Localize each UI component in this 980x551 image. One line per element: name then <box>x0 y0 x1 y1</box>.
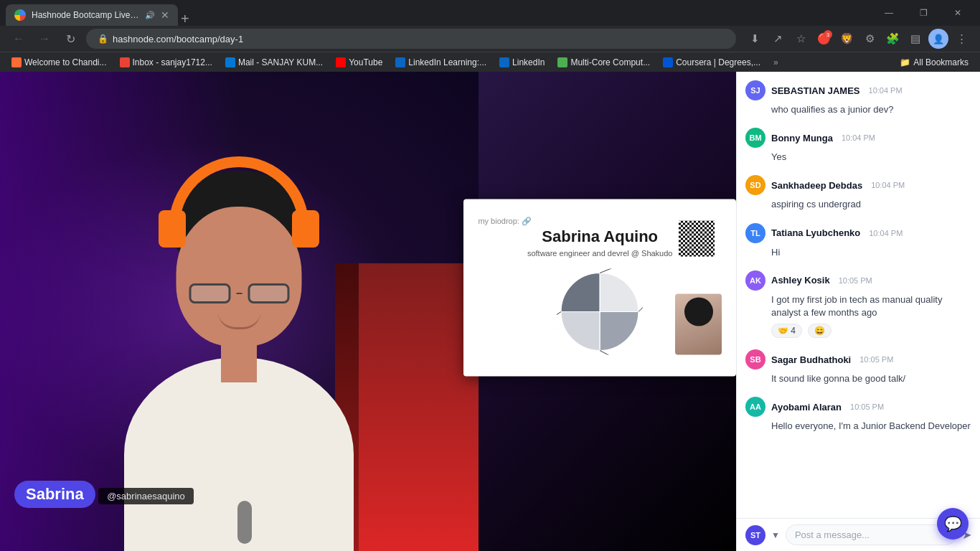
main-content: HASHNODE BOOTCAMP <box>0 72 980 551</box>
bookmark-coursera[interactable]: Coursera | Degrees,... <box>657 56 766 69</box>
extension-badge: 3 <box>824 30 832 39</box>
menu-icon[interactable]: ⋮ <box>951 29 971 49</box>
chat-message: SJ SEBASTIAN JAMES 10:04 PM who qualifie… <box>745 80 971 116</box>
chat-input-wrapper <box>786 524 956 545</box>
chat-message-text: Hi <box>745 246 971 259</box>
bookmark-mail[interactable]: Mail - SANJAY KUM... <box>220 56 329 69</box>
bookmark-label: Coursera | Degrees,... <box>676 57 760 67</box>
chat-username: Tatiana Lyubchenko <box>771 227 860 238</box>
bookmark-favicon <box>336 57 346 67</box>
bookmark-favicon <box>11 57 22 67</box>
bookmark-favicon <box>499 57 509 67</box>
chat-message-text: aspiring cs undergrad <box>745 198 971 211</box>
sidebar-icon[interactable]: ▤ <box>905 29 925 49</box>
avatar: TL <box>745 223 765 243</box>
tab-audio-icon: 🔊 <box>145 11 155 20</box>
extension-puzzle-icon[interactable]: 🧩 <box>882 29 903 49</box>
bookmark-label: YouTube <box>349 57 382 67</box>
extension-red-icon[interactable]: 🔴 3 <box>814 29 834 49</box>
bookmark-label: Inbox - sanjay1712... <box>133 57 212 67</box>
active-tab[interactable]: Hashnode Bootcamp Live S... 🔊 ✕ <box>6 4 178 26</box>
bookmark-inbox[interactable]: Inbox - sanjay1712... <box>114 56 218 69</box>
maximize-button[interactable]: ❐ <box>907 0 940 26</box>
new-tab-button[interactable]: + <box>181 11 189 26</box>
minimize-button[interactable]: — <box>872 0 905 26</box>
chat-input-user-avatar: ST <box>745 525 765 545</box>
avatar: AK <box>745 270 765 291</box>
chat-dropdown-button[interactable]: ▼ <box>771 530 780 540</box>
chat-message-header: AA Ayobami Alaran 10:05 PM <box>745 397 971 417</box>
slide-photo <box>675 293 722 354</box>
chat-username: Bonny Munga <box>771 133 833 143</box>
bookmark-linkedin[interactable]: LinkedIn <box>494 56 550 69</box>
bookmarks-bar: Welcome to Chandi... Inbox - sanjay1712.… <box>0 52 980 72</box>
slide-overlay: my biodrop: 🔗 Sabrina Aquino software en… <box>463 199 736 376</box>
extensions-icon[interactable]: ⚙ <box>859 29 880 49</box>
chat-username: Sankhadeep Debdas <box>771 180 862 191</box>
forward-button[interactable]: → <box>34 29 55 49</box>
bookmark-chandi[interactable]: Welcome to Chandi... <box>6 56 113 69</box>
chat-username: Ashley Kosik <box>771 275 830 286</box>
title-bar: Hashnode Bootcamp Live S... 🔊 ✕ + — ❐ ✕ <box>0 0 980 26</box>
svg-line-3 <box>557 311 561 320</box>
bookmark-label: Multi-Core Comput... <box>570 57 650 67</box>
avatar: SD <box>745 175 765 195</box>
avatar: SJ <box>745 80 765 100</box>
chat-message-header: AK Ashley Kosik 10:05 PM <box>745 270 971 291</box>
address-bar: ← → ↻ 🔒 hashnode.com/bootcamp/day-1 ⬇ ↗ … <box>0 26 980 52</box>
bookmark-swayam[interactable]: Multi-Core Comput... <box>552 56 656 69</box>
chat-message-text: Hello everyone, I'm a Junior Backend Dev… <box>745 420 971 433</box>
profile-icon[interactable]: 👤 <box>928 29 948 49</box>
bookmark-favicon <box>557 57 567 67</box>
chat-message-header: SD Sankhadeep Debdas 10:04 PM <box>745 175 971 195</box>
chat-message-input[interactable] <box>795 529 947 540</box>
chat-message: AK Ashley Kosik 10:05 PM I got my first … <box>745 270 971 338</box>
brave-icon[interactable]: 🦁 <box>837 29 857 49</box>
chat-widget-button[interactable]: 💬 <box>937 508 969 540</box>
all-bookmarks-label: All Bookmarks <box>913 57 969 67</box>
slide-pie-chart: GAMER DEV DEVREL COFFEE ADDICT <box>557 268 643 354</box>
presenter-container <box>0 72 479 551</box>
download-icon[interactable]: ⬇ <box>745 29 765 49</box>
bookmark-icon[interactable]: ☆ <box>791 29 811 49</box>
name-badge: Sabrina @sabrinaesaquino <box>14 481 194 508</box>
chat-message-header: SB Sagar Budhathoki 10:05 PM <box>745 349 971 369</box>
share-icon[interactable]: ↗ <box>768 29 788 49</box>
all-bookmarks[interactable]: 📁 All Bookmarks <box>894 56 974 69</box>
presenter-name-badge: Sabrina <box>14 481 95 508</box>
bookmark-favicon <box>120 57 130 67</box>
chat-timestamp: 10:05 PM <box>850 402 884 411</box>
reaction-handshake[interactable]: 🤝 4 <box>771 324 802 338</box>
address-input[interactable]: 🔒 hashnode.com/bootcamp/day-1 <box>86 29 736 49</box>
chat-username: SEBASTIAN JAMES <box>771 85 860 96</box>
reload-button[interactable]: ↻ <box>60 29 80 49</box>
video-area: HASHNODE BOOTCAMP <box>0 72 736 551</box>
slide-content: my biodrop: 🔗 Sabrina Aquino software en… <box>463 199 736 376</box>
chat-message: AA Ayobami Alaran 10:05 PM Hello everyon… <box>745 397 971 433</box>
bookmark-more[interactable]: » <box>768 56 784 69</box>
chat-username: Sagar Budhathoki <box>771 354 851 365</box>
chat-message-text: who qualifies as a junior dev? <box>745 103 971 116</box>
address-text: hashnode.com/bootcamp/day-1 <box>113 34 243 44</box>
chat-message-text: Yes <box>745 151 971 164</box>
back-button[interactable]: ← <box>9 29 29 49</box>
avatar: BM <box>745 128 765 148</box>
reaction-emoji[interactable]: 😄 <box>808 324 831 338</box>
chat-username: Ayobami Alaran <box>771 402 842 413</box>
chat-message-header: BM Bonny Munga 10:04 PM <box>745 128 971 148</box>
bookmark-label: LinkedIn <box>512 57 545 67</box>
tab-close-button[interactable]: ✕ <box>161 9 169 21</box>
bookmark-favicon <box>395 57 405 67</box>
bookmark-youtube[interactable]: YouTube <box>330 56 388 69</box>
close-button[interactable]: ✕ <box>941 0 974 26</box>
chat-message: BM Bonny Munga 10:04 PM Yes <box>745 128 971 164</box>
tab-title: Hashnode Bootcamp Live S... <box>32 10 139 20</box>
chat-timestamp: 10:04 PM <box>842 133 875 142</box>
bookmark-linkedin-learn[interactable]: LinkedIn Learning:... <box>390 56 492 69</box>
window-controls: — ❐ ✕ <box>872 0 974 26</box>
svg-line-1 <box>639 298 643 311</box>
chat-message-text: It sound like gonna be good talk/ <box>745 372 971 385</box>
chat-timestamp: 10:04 PM <box>869 229 903 237</box>
svg-text:ADDICT: ADDICT <box>557 326 557 333</box>
bookmark-label: Mail - SANJAY KUM... <box>238 57 323 67</box>
